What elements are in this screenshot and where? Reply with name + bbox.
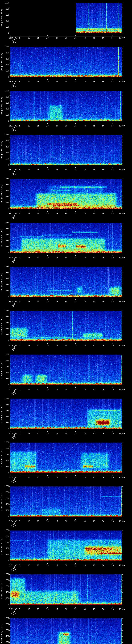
y-tick-label-400: 400 xyxy=(1,240,9,242)
x-tick-label-20: 20 xyxy=(44,564,50,566)
x-tick-label-5: 5 xyxy=(17,125,22,127)
x-tick-label-50: 50 xyxy=(100,37,106,39)
date-line-year: 2016 xyxy=(9,262,18,264)
y-tick-label-1000: 1000 xyxy=(1,486,9,488)
x-tick-label-20: 20 xyxy=(44,37,50,39)
y-tick-label-800: 800 xyxy=(1,228,9,230)
x-tick-label-15: 15 xyxy=(35,564,41,566)
y-tick-label-400: 400 xyxy=(1,504,9,506)
y-tick-label-0: 0 xyxy=(1,208,9,210)
x-tick-label-45: 45 xyxy=(91,169,97,171)
y-tick-label-0: 0 xyxy=(1,296,9,298)
y-axis-title-box: Frequency (Hz) xyxy=(0,311,3,341)
x-tick-label-30: 30 xyxy=(63,169,69,171)
x-tick-label-40: 40 xyxy=(82,476,88,478)
x-tick-label-55: 55 xyxy=(110,476,115,478)
y-tick-label-0: 0 xyxy=(1,164,9,166)
x-tick-label-35: 35 xyxy=(72,169,78,171)
y-tick-label-1000: 1000 xyxy=(1,134,9,136)
x-tick-label-40: 40 xyxy=(82,81,88,83)
y-tick-label-1000: 1000 xyxy=(1,442,9,444)
x-tick-label-10: 10 xyxy=(26,301,32,303)
x-tick-label-45: 45 xyxy=(91,388,97,390)
x-end-time-label: 10:00 xyxy=(117,37,127,39)
spectrogram-panel: Frequency (Hz) 1000 800 600 400 200 0 8:… xyxy=(0,616,132,644)
x-tick-label-55: 55 xyxy=(110,37,115,39)
x-tick-label-15: 15 xyxy=(35,433,41,434)
date-line-year: 2016 xyxy=(9,350,18,352)
x-tick-label-25: 25 xyxy=(54,476,60,478)
y-tick-label-600: 600 xyxy=(1,322,9,324)
x-tick-label-10: 10 xyxy=(26,433,32,434)
x-tick-label-30: 30 xyxy=(63,476,69,478)
x-tick-label-55: 55 xyxy=(110,608,115,610)
y-tick-label-600: 600 xyxy=(1,146,9,148)
x-tick-label-25: 25 xyxy=(54,37,60,39)
x-tick-label-25: 25 xyxy=(54,520,60,522)
x-tick-label-40: 40 xyxy=(82,520,88,522)
y-tick-label-200: 200 xyxy=(1,642,9,643)
y-tick-label-200: 200 xyxy=(1,114,9,116)
x-tick-label-10: 10 xyxy=(26,169,32,171)
y-tick-label-600: 600 xyxy=(1,190,9,192)
x-tick-label-5: 5 xyxy=(17,81,22,83)
y-tick-label-600: 600 xyxy=(1,630,9,632)
x-tick-label-35: 35 xyxy=(72,81,78,83)
y-tick-label-600: 600 xyxy=(1,586,9,588)
spectrogram-panel: Frequency (Hz) 1000 800 600 400 200 0 8:… xyxy=(0,264,132,308)
y-tick-label-600: 600 xyxy=(1,14,9,16)
y-tick-label-800: 800 xyxy=(1,448,9,450)
x-tick-label-35: 35 xyxy=(72,257,78,259)
x-end-time-label: 17:00 xyxy=(117,345,127,346)
y-tick-label-800: 800 xyxy=(1,52,9,54)
y-tick-label-1000: 1000 xyxy=(1,354,9,356)
y-tick-label-600: 600 xyxy=(1,366,9,368)
x-tick-label-10: 10 xyxy=(26,476,32,478)
y-tick-label-600: 600 xyxy=(1,454,9,456)
x-tick-label-55: 55 xyxy=(110,388,115,390)
x-tick-label-20: 20 xyxy=(44,388,50,390)
x-tick-label-40: 40 xyxy=(82,125,88,127)
x-tick-label-35: 35 xyxy=(72,520,78,522)
y-axis-title: Frequency (Hz) xyxy=(1,184,3,203)
date-line-year: 2016 xyxy=(9,613,18,615)
x-end-time-label: 19:00 xyxy=(117,433,127,434)
y-axis-title: Frequency (Hz) xyxy=(1,52,3,71)
x-end-time-label: 23:00 xyxy=(117,608,127,610)
y-tick-label-400: 400 xyxy=(1,196,9,198)
x-end-time-label: 21:00 xyxy=(117,520,127,522)
x-tick-label-25: 25 xyxy=(54,81,60,83)
y-tick-label-200: 200 xyxy=(1,378,9,380)
x-tick-label-50: 50 xyxy=(100,388,106,390)
y-axis-title: Frequency (Hz) xyxy=(1,96,3,116)
x-end-time-label: 13:00 xyxy=(117,169,127,171)
x-tick-label-15: 15 xyxy=(35,169,41,171)
y-axis-title-box: Frequency (Hz) xyxy=(0,442,3,473)
y-tick-label-400: 400 xyxy=(1,108,9,110)
x-end-time-label: 11:00 xyxy=(117,81,127,83)
spectrogram-panel: Frequency (Hz) 1000 800 600 400 200 0 8:… xyxy=(0,308,132,352)
y-axis-title: Frequency (Hz) xyxy=(1,272,3,291)
y-tick-label-200: 200 xyxy=(1,290,9,292)
y-tick-label-400: 400 xyxy=(1,328,9,330)
y-axis-title-box: Frequency (Hz) xyxy=(0,91,3,121)
x-end-time-label: 22:00 xyxy=(117,564,127,566)
y-axis-title-box: Frequency (Hz) xyxy=(0,179,3,209)
x-tick-label-30: 30 xyxy=(63,301,69,303)
x-tick-label-10: 10 xyxy=(26,213,32,215)
x-tick-label-55: 55 xyxy=(110,81,115,83)
date-line-year: 2016 xyxy=(9,394,18,396)
y-axis-title: Frequency (Hz) xyxy=(1,9,3,28)
date-line-year: 2016 xyxy=(9,86,18,88)
y-tick-label-400: 400 xyxy=(1,592,9,594)
y-tick-label-600: 600 xyxy=(1,542,9,544)
x-tick-label-50: 50 xyxy=(100,608,106,610)
y-axis-title-box: Frequency (Hz) xyxy=(0,3,3,33)
x-tick-label-15: 15 xyxy=(35,476,41,478)
x-tick-label-35: 35 xyxy=(72,213,78,215)
y-tick-label-800: 800 xyxy=(1,316,9,318)
y-tick-label-400: 400 xyxy=(1,460,9,462)
y-tick-label-0: 0 xyxy=(1,76,9,78)
y-axis-title: Frequency (Hz) xyxy=(1,360,3,379)
y-tick-label-200: 200 xyxy=(1,246,9,248)
